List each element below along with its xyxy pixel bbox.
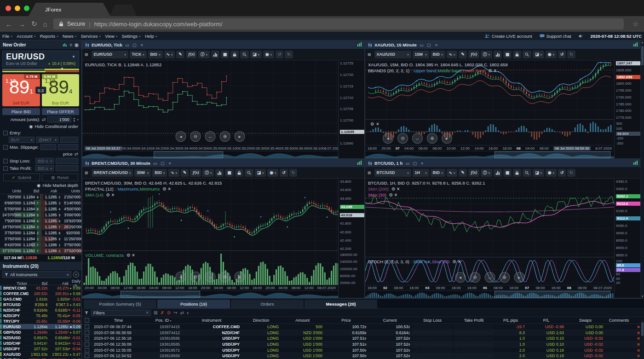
price-swap-icon[interactable]: ⇄ [75, 151, 78, 156]
menu-item[interactable]: Help▾ [145, 34, 157, 39]
instrument-row[interactable]: GBP/USD 1.25489 1.25497 0.07 [0, 330, 81, 335]
eye-icon[interactable]: ◉▾ [263, 51, 274, 58]
zoom-icon[interactable] [245, 169, 253, 177]
calendar-icon[interactable]: ▦ [225, 169, 234, 177]
slippage-input-1[interactable] [40, 144, 56, 150]
zoom-in-icon[interactable]: ⊕ [220, 272, 230, 282]
row-checkbox[interactable] [85, 342, 89, 347]
btcusd-stoch-pane[interactable]: STOCH (5, 3, 0, 3, 0) : Slow %K, Slow %D… [365, 257, 614, 285]
stoch-scale[interactable]: 10085.077.3604020 [615, 258, 640, 286]
close-selected-icon[interactable]: ⊘ [167, 310, 171, 315]
stop-loss-cell[interactable] [413, 348, 452, 352]
menu-item[interactable]: Services▾ [81, 34, 100, 39]
background-tab[interactable] [109, 5, 137, 16]
info-icon[interactable]: ⓘ▾ [481, 51, 492, 58]
clear-filters-icon[interactable]: × [146, 310, 149, 315]
stop-loss-cell[interactable] [413, 325, 452, 329]
restore-icon[interactable]: ▢ [132, 43, 137, 47]
remove-indicator-icon[interactable]: × [395, 192, 397, 198]
side-select[interactable]: BID▾ [152, 169, 167, 177]
take-profit-cell[interactable] [454, 342, 493, 347]
position-row[interactable]: 2020-07-06 12:35:05 193818572 USD/JPY LO… [82, 347, 644, 353]
instrument-select[interactable]: BRENT.CMD/USD▾ [92, 169, 133, 177]
undo-icon[interactable]: ↺ [558, 51, 566, 58]
price-scale[interactable]: 43.80043.60043.40043.24543.01842.80042.6… [339, 179, 364, 252]
xauusd-oscillator-pane[interactable]: ⚙× ◂⊖↔⊕▸ [365, 120, 614, 145]
zoom-in-icon[interactable]: ⊕ [220, 131, 230, 142]
minimize-icon[interactable]: ▭ [405, 161, 410, 166]
contrast-icon[interactable]: ◐ [187, 310, 190, 315]
lock-icon[interactable] [513, 51, 521, 58]
pan-right-icon[interactable]: ▸ [442, 133, 452, 144]
function-icon[interactable]: ƒ⒳ [186, 51, 197, 58]
chart-titlebar[interactable]: BTC/USD, 1 h ▭ ▢ × [365, 159, 640, 167]
indicators-icon[interactable] [494, 169, 502, 177]
undo-icon[interactable]: ↺ [276, 51, 284, 58]
menu-item[interactable]: Reports▾ [40, 34, 58, 39]
eraser-icon[interactable]: ◪▾ [250, 51, 262, 58]
depth-row[interactable]: 24'370'0001.12845 1.128553'000'000 [0, 212, 81, 218]
instrument-row[interactable]: TRY/JPY 15.651 15.665 -0.06 [0, 318, 81, 324]
redo-icon[interactable]: ↻ [285, 51, 293, 58]
position-row[interactable]: 2020-07-06 12:34:52 193818569 USD/JPY LO… [82, 353, 644, 359]
zoom-out-icon[interactable]: ⊖ [190, 272, 201, 282]
close-all-positions-icon[interactable]: ✗ [160, 310, 164, 315]
minimize-icon[interactable]: ▭ [153, 161, 158, 166]
position-row[interactable]: 2020-07-06 12:36:08 193818585 USD/JPY LO… [82, 342, 644, 347]
function-icon[interactable]: ƒ⒳ [468, 169, 479, 177]
back-icon[interactable]: ← [6, 20, 12, 28]
fit-range-icon[interactable]: ↔ [484, 272, 495, 283]
stop-loss-cell[interactable] [413, 354, 452, 358]
info-icon[interactable]: ⓘ▾ [202, 169, 214, 177]
fit-range-icon[interactable]: ↔ [205, 272, 216, 282]
vertical-scrollbar[interactable]: ▲ ▼ [640, 41, 644, 298]
menu-icon[interactable]: ≡ [85, 51, 88, 58]
chart-navigator[interactable] [82, 151, 338, 158]
instrument-selector[interactable]: EUR/USD ▼ Euro vs US Dollar 10.4 ( 0.09%… [2, 51, 79, 67]
minimize-window-icon[interactable] [15, 6, 20, 11]
depth-row[interactable]: 7'500'0001.12844 1.1285615'920'000 [0, 218, 81, 224]
buy-price-box[interactable]: 0.94 M 1.12 894 Buy EUR [42, 74, 80, 106]
chart-corner-icon[interactable] [633, 161, 638, 166]
indicator-settings-icon[interactable]: ⚙ [391, 186, 396, 192]
entry-checkbox[interactable] [3, 131, 8, 135]
slippage-checkbox[interactable] [3, 145, 8, 150]
depth-row[interactable]: 18'750'0001.12843 1.1285726'250'000 [0, 224, 81, 230]
zoom-in-icon[interactable]: ⊕ [499, 272, 510, 283]
chart-type-icon[interactable]: ∿▾ [447, 169, 458, 177]
lock-icon[interactable] [513, 169, 521, 177]
btcusd-plot[interactable]: BTC/USD, 1H, BID O. 9257.0 H. 9278.8 L. … [365, 179, 614, 257]
stop-loss-cell[interactable] [413, 330, 452, 335]
chart-icon[interactable] [63, 43, 67, 47]
home-icon[interactable]: ⌂ [43, 20, 47, 28]
depth-row[interactable]: 3'750'0001.12841 1.1285911'250'000 [0, 236, 81, 242]
indicator-settings-icon[interactable]: ⚙ [126, 252, 131, 258]
pan-right-icon[interactable]: ▸ [514, 272, 524, 283]
hide-depth-eye-icon[interactable]: ◉ [37, 183, 40, 188]
reload-icon[interactable]: ↻ [31, 20, 37, 28]
row-checkbox[interactable] [85, 336, 89, 341]
panel-menu-icon[interactable]: ≡ [69, 42, 72, 47]
instrument-select[interactable]: XAU/USD▾ [374, 51, 411, 58]
bottom-tab[interactable]: Messages (20) [305, 300, 377, 308]
info-icon[interactable]: ⓘ▾ [481, 169, 492, 177]
submit-button[interactable]: ✓Submit [3, 174, 40, 181]
xauusd-plot[interactable]: XAU/USD, 15M, BID O. 1804.385 H. 1804.64… [365, 60, 614, 119]
volume-scale[interactable]: 180000.00140000.00100000.0060000.0020000… [339, 252, 364, 286]
pan-right-icon[interactable]: ▸ [235, 131, 245, 142]
select-all-checkbox[interactable] [85, 318, 89, 323]
remove-indicator-icon[interactable]: × [168, 186, 171, 192]
reset-button[interactable]: ⊞Reset [42, 174, 79, 181]
clear-selection-icon[interactable]: ⊠ [154, 310, 157, 315]
maximize-window-icon[interactable] [24, 6, 29, 11]
draw-icon[interactable]: ✎ [459, 51, 467, 58]
chart-corner-icon[interactable] [357, 161, 362, 166]
browser-tab[interactable]: JForex [29, 3, 110, 16]
restore-icon[interactable]: ▢ [412, 161, 417, 166]
address-bar[interactable]: Secure | https://demo-login.dukascopy.co… [53, 18, 624, 29]
take-profit-condition-select[interactable]: BID ≥▾ [35, 165, 54, 171]
instrument-row[interactable]: NZD/USD 0.65476 0.65485 -0.01 [0, 335, 81, 341]
close-window-icon[interactable] [6, 6, 11, 11]
undo-icon[interactable]: ↺ [280, 169, 288, 177]
chart-navigator[interactable] [365, 151, 614, 158]
